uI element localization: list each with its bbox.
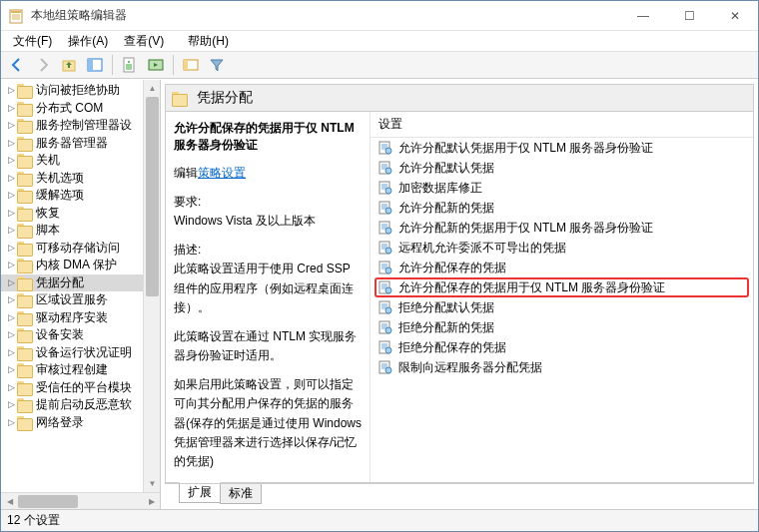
svg-point-45 (385, 248, 391, 254)
description-text-2: 此策略设置在通过 NTLM 实现服务器身份验证时适用。 (174, 327, 362, 365)
tree-node[interactable]: ▷缓解选项 (1, 187, 160, 205)
policy-item[interactable]: 拒绝分配新的凭据 (371, 317, 753, 337)
tree-node[interactable]: ▷提前启动反恶意软 (1, 396, 160, 414)
tree-node-label: 关机 (36, 152, 60, 169)
tree-node[interactable]: ▷网络登录 (1, 414, 160, 432)
tree-node[interactable]: ▷设备安装 (1, 326, 160, 344)
back-button[interactable] (5, 53, 29, 77)
expand-icon[interactable]: ▷ (5, 383, 17, 392)
expand-icon[interactable]: ▷ (5, 348, 17, 357)
toolbar-separator (112, 55, 113, 75)
tab-standard[interactable]: 标准 (220, 483, 262, 504)
menu-view[interactable]: 查看(V) (116, 32, 172, 51)
tree-node[interactable]: ▷恢复 (1, 205, 160, 223)
tree-node[interactable]: ▷分布式 COM (1, 100, 160, 118)
tree-node[interactable]: ▷关机 (1, 152, 160, 170)
expand-icon[interactable]: ▷ (5, 104, 17, 113)
tree-node[interactable]: ▷服务控制管理器设 (1, 117, 160, 135)
menu-help[interactable]: 帮助(H) (180, 32, 237, 51)
tree-node[interactable]: ▷可移动存储访问 (1, 240, 160, 258)
expand-icon[interactable]: ▷ (5, 400, 17, 409)
tab-extended[interactable]: 扩展 (179, 482, 221, 503)
properties-button[interactable] (118, 53, 142, 77)
expand-icon[interactable]: ▷ (5, 418, 17, 427)
tree-node-label: 提前启动反恶意软 (36, 396, 132, 413)
policy-item[interactable]: 允许分配保存的凭据 (371, 258, 753, 277)
menu-file[interactable]: 文件(F) (5, 32, 60, 51)
content-area: ▷访问被拒绝协助▷分布式 COM▷服务控制管理器设▷服务器管理器▷关机▷关机选项… (1, 79, 758, 509)
refresh-button[interactable] (144, 53, 168, 77)
up-button[interactable] (57, 53, 81, 77)
titlebar: 本地组策略编辑器 — ☐ ✕ (1, 1, 758, 31)
expand-icon[interactable]: ▷ (5, 261, 17, 269)
folder-icon (17, 224, 33, 237)
policy-label: 加密数据库修正 (398, 180, 482, 197)
tree-node-label: 可移动存储访问 (36, 240, 120, 257)
policy-item[interactable]: 允许分配新的凭据 (371, 198, 753, 218)
expand-icon[interactable]: ▷ (5, 313, 17, 322)
tree-node[interactable]: ▷凭据分配 (1, 274, 160, 292)
svg-point-70 (385, 347, 391, 353)
expand-icon[interactable]: ▷ (5, 121, 17, 130)
expand-icon[interactable]: ▷ (5, 86, 17, 95)
expand-icon[interactable]: ▷ (5, 209, 17, 218)
forward-button[interactable] (31, 53, 55, 77)
policy-item[interactable]: 允许分配默认凭据 (371, 158, 753, 178)
tree-node-label: 内核 DMA 保护 (36, 257, 117, 273)
edit-policy-link[interactable]: 策略设置 (198, 166, 246, 180)
expand-icon[interactable]: ▷ (5, 191, 17, 200)
policy-icon (379, 280, 392, 294)
tree-node-label: 访问被拒绝协助 (36, 82, 120, 99)
policy-label: 允许分配保存的凭据用于仅 NTLM 服务器身份验证 (398, 279, 665, 296)
show-hide-tree-button[interactable] (83, 53, 107, 77)
menu-action[interactable]: 操作(A) (60, 32, 116, 51)
export-button[interactable] (179, 53, 203, 77)
svg-point-20 (385, 148, 391, 154)
expand-icon[interactable]: ▷ (5, 139, 17, 148)
tree-node[interactable]: ▷服务器管理器 (1, 135, 160, 153)
category-title: 凭据分配 (197, 89, 253, 107)
expand-icon[interactable]: ▷ (5, 244, 17, 253)
tree-node[interactable]: ▷区域设置服务 (1, 291, 160, 309)
expand-icon[interactable]: ▷ (5, 295, 17, 304)
folder-icon (17, 276, 33, 289)
folder-icon (17, 172, 33, 185)
tree-node[interactable]: ▷关机选项 (1, 170, 160, 188)
list-header[interactable]: 设置 (371, 112, 753, 138)
folder-icon (17, 398, 33, 411)
tree-node[interactable]: ▷审核过程创建 (1, 361, 160, 379)
tree-node[interactable]: ▷脚本 (1, 222, 160, 240)
expand-icon[interactable]: ▷ (5, 174, 17, 183)
tree-node[interactable]: ▷内核 DMA 保护 (1, 257, 160, 274)
minimize-button[interactable]: — (620, 1, 666, 30)
policy-item[interactable]: 拒绝分配默认凭据 (371, 297, 753, 317)
tree-node[interactable]: ▷访问被拒绝协助 (1, 82, 160, 100)
expand-icon[interactable]: ▷ (5, 278, 17, 287)
policy-item[interactable]: 限制向远程服务器分配凭据 (371, 357, 753, 377)
tree-hscroll[interactable]: ◀▶ (1, 492, 160, 509)
window-title: 本地组策略编辑器 (31, 7, 620, 24)
policy-label: 允许分配新的凭据用于仅 NTLM 服务器身份验证 (398, 220, 653, 237)
tree-node[interactable]: ▷受信任的平台模块 (1, 379, 160, 397)
tree-vscroll[interactable]: ▲▼ (143, 80, 160, 492)
expand-icon[interactable]: ▷ (5, 226, 17, 235)
statusbar: 12 个设置 (1, 509, 758, 531)
expand-icon[interactable]: ▷ (5, 156, 17, 165)
close-button[interactable]: ✕ (712, 1, 758, 30)
folder-icon (172, 92, 188, 105)
tree-node-label: 脚本 (36, 222, 60, 239)
policy-item[interactable]: 拒绝分配保存的凭据 (371, 337, 753, 357)
tree-node[interactable]: ▷设备运行状况证明 (1, 344, 160, 362)
filter-button[interactable] (205, 53, 229, 77)
policy-item[interactable]: 允许分配默认凭据用于仅 NTLM 服务器身份验证 (371, 138, 753, 158)
tree-node[interactable]: ▷驱动程序安装 (1, 309, 160, 327)
expand-icon[interactable]: ▷ (5, 330, 17, 339)
policy-item[interactable]: 允许分配新的凭据用于仅 NTLM 服务器身份验证 (371, 218, 753, 238)
policy-icon (379, 340, 392, 354)
policy-item[interactable]: 加密数据库修正 (371, 178, 753, 198)
maximize-button[interactable]: ☐ (666, 1, 712, 30)
expand-icon[interactable]: ▷ (5, 365, 17, 374)
policy-icon (379, 201, 392, 215)
policy-item[interactable]: 远程机允许委派不可导出的凭据 (371, 238, 753, 258)
policy-item[interactable]: 允许分配保存的凭据用于仅 NTLM 服务器身份验证 (375, 277, 749, 297)
